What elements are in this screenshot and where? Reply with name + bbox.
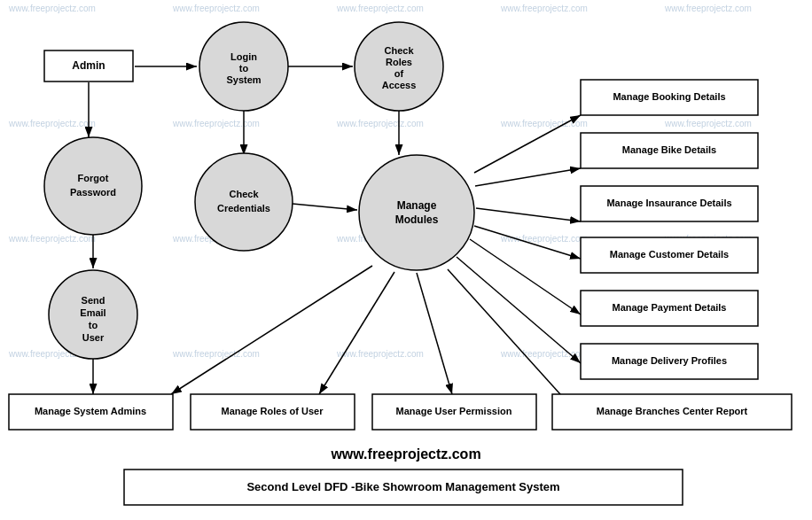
manage-branches-label: Manage Branches Center Report [597,406,748,416]
svg-line-35 [417,273,452,394]
send-email-label1: Send [82,295,105,306]
send-email-label2: Email [80,307,105,318]
svg-text:www.freeprojectz.com: www.freeprojectz.com [172,119,260,128]
manage-modules-node [359,155,474,270]
forgot-pwd-label1: Forgot [78,173,109,183]
manage-bike-label: Manage Bike Details [622,144,716,155]
svg-line-27 [293,204,357,210]
dfd-diagram: www.freeprojectz.com www.freeprojectz.co… [0,0,812,520]
diagram-container: www.freeprojectz.com www.freeprojectz.co… [0,0,812,520]
website-label: www.freeprojectz.com [330,446,480,462]
svg-text:www.freeprojectz.com: www.freeprojectz.com [336,349,424,359]
login-label2: to [239,63,249,74]
manage-insurance-label: Manage Insaurance Details [606,198,731,208]
svg-text:www.freeprojectz.com: www.freeprojectz.com [664,119,752,128]
send-email-label4: User [82,332,105,343]
svg-text:www.freeprojectz.com: www.freeprojectz.com [664,4,752,13]
manage-user-perm-label: Manage User Permission [396,406,512,416]
svg-text:www.freeprojectz.com: www.freeprojectz.com [500,234,588,244]
send-email-label3: to [89,320,98,330]
svg-text:www.freeprojectz.com: www.freeprojectz.com [8,119,96,128]
svg-line-28 [474,115,581,173]
manage-roles-label: Manage Roles of User [222,406,324,416]
admin-label: Admin [72,59,105,72]
svg-text:www.freeprojectz.com: www.freeprojectz.com [172,349,260,359]
svg-text:www.freeprojectz.com: www.freeprojectz.com [336,119,424,128]
manage-payment-label: Manage Payment Details [613,302,727,313]
check-roles-label3: of [394,68,404,79]
svg-text:www.freeprojectz.com: www.freeprojectz.com [8,234,96,244]
manage-modules-label2: Modules [395,213,439,226]
svg-text:www.freeprojectz.com: www.freeprojectz.com [500,4,588,13]
manage-booking-label: Manage Booking Details [613,91,725,102]
svg-line-34 [448,269,576,412]
svg-text:www.freeprojectz.com: www.freeprojectz.com [8,4,96,13]
check-cred-label2: Credentials [217,203,270,213]
forgot-pwd-label2: Password [70,187,116,198]
svg-text:www.freeprojectz.com: www.freeprojectz.com [336,4,424,13]
svg-text:www.freeprojectz.com: www.freeprojectz.com [172,4,260,13]
svg-line-36 [319,272,394,394]
svg-text:www.freeprojectz.com: www.freeprojectz.com [500,119,588,128]
check-cred-label1: Check [229,189,259,199]
title-label: Second Level DFD -Bike Showroom Manageme… [246,480,559,493]
svg-line-30 [476,208,581,221]
check-roles-label4: Access [382,80,417,90]
check-roles-label1: Check [384,45,414,56]
manage-delivery-label: Manage Delivery Profiles [612,355,727,366]
manage-sys-admins-label: Manage System Admins [35,406,146,416]
manage-customer-label: Manage Customer Details [610,249,729,260]
svg-line-32 [470,239,581,314]
check-roles-label2: Roles [386,57,412,67]
svg-line-29 [475,168,581,186]
login-label3: System [226,74,261,85]
login-label: Login [230,51,257,62]
manage-modules-label1: Manage [397,199,437,212]
svg-line-37 [171,266,372,394]
